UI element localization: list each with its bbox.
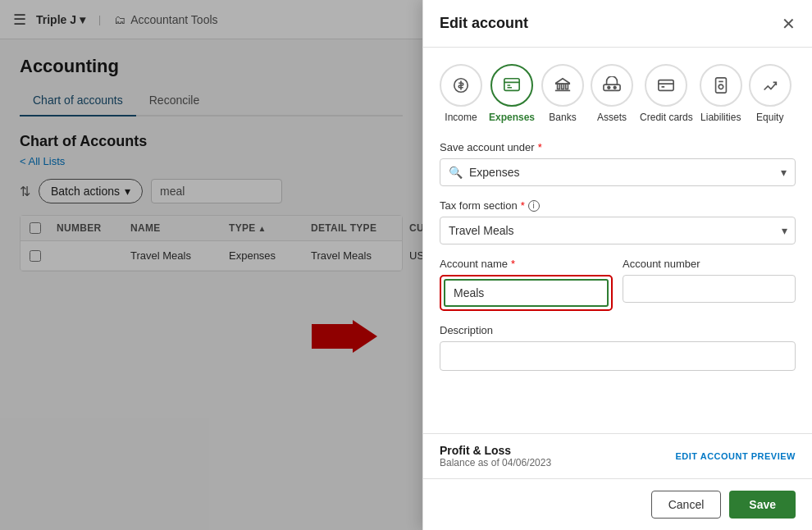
modal-overlay [0, 0, 422, 530]
income-icon-circle [440, 64, 482, 107]
close-button[interactable]: ✕ [782, 16, 796, 32]
tax-form-select[interactable]: Travel Meals Other Expenses [440, 217, 796, 244]
description-field: Description [440, 324, 796, 371]
svg-rect-1 [504, 79, 519, 91]
account-type-expenses[interactable]: Expenses [489, 64, 535, 123]
banks-label: Banks [549, 112, 576, 123]
svg-rect-5 [604, 85, 620, 90]
account-type-equity[interactable]: Equity [749, 64, 791, 123]
account-type-liabilities[interactable]: Liabilities [700, 64, 742, 123]
save-account-under-input[interactable] [466, 159, 781, 185]
assets-icon-circle [591, 64, 633, 107]
expenses-icon-circle [490, 64, 533, 107]
income-label: Income [445, 112, 477, 123]
account-number-field: Account number [623, 258, 796, 311]
liabilities-icon-circle [700, 64, 742, 107]
assets-label: Assets [597, 112, 627, 123]
save-account-under-label: Save account under * [440, 141, 796, 153]
profit-loss-bar: Profit & Loss Balance as of 04/06/2023 E… [423, 433, 812, 478]
edit-panel-header: Edit account ✕ [423, 0, 812, 48]
description-input[interactable] [440, 341, 796, 371]
liabilities-label: Liabilities [700, 112, 741, 123]
svg-rect-2 [558, 84, 560, 89]
account-type-icons: Income Expenses Banks Assets [440, 64, 796, 123]
svg-point-10 [718, 85, 723, 89]
svg-point-6 [608, 86, 610, 89]
account-name-highlight [440, 275, 613, 311]
save-account-under-wrapper[interactable]: 🔍 ▾ [440, 158, 796, 186]
account-type-banks[interactable]: Banks [541, 64, 584, 123]
edit-account-preview-button[interactable]: EDIT ACCOUNT PREVIEW [676, 451, 796, 461]
profit-loss-subtitle: Balance as of 04/06/2023 [440, 457, 551, 468]
account-type-income[interactable]: Income [440, 64, 482, 123]
equity-label: Equity [756, 112, 783, 123]
svg-rect-3 [562, 84, 564, 89]
account-number-label: Account number [623, 258, 796, 270]
account-name-label: Account name * [440, 258, 613, 270]
save-button[interactable]: Save [729, 491, 796, 519]
save-account-under-field: Save account under * 🔍 ▾ [440, 141, 796, 186]
description-label: Description [440, 324, 796, 336]
equity-icon-circle [749, 64, 791, 107]
tax-form-section-label: Tax form section * i [440, 199, 796, 212]
tax-form-select-wrapper: Travel Meals Other Expenses ▾ [440, 217, 796, 244]
account-name-input[interactable] [444, 279, 609, 307]
account-number-input[interactable] [623, 275, 796, 303]
edit-panel-footer: Cancel Save [423, 478, 812, 530]
profit-loss-text: Profit & Loss Balance as of 04/06/2023 [440, 444, 551, 468]
banks-icon-circle [541, 64, 584, 107]
expenses-label: Expenses [489, 112, 535, 123]
svg-point-7 [614, 86, 616, 89]
credit-cards-label: Credit cards [640, 112, 693, 123]
svg-rect-8 [659, 80, 673, 91]
tax-info-icon[interactable]: i [528, 200, 540, 212]
cancel-button[interactable]: Cancel [651, 491, 722, 519]
account-type-credit-cards[interactable]: Credit cards [640, 64, 693, 123]
account-name-number-row: Account name * Account number [440, 258, 796, 311]
profit-loss-title: Profit & Loss [440, 444, 551, 457]
svg-rect-4 [566, 84, 568, 89]
edit-panel-title: Edit account [440, 15, 528, 32]
svg-rect-9 [715, 78, 726, 93]
account-type-assets[interactable]: Assets [591, 64, 633, 123]
tax-form-section-field: Tax form section * i Travel Meals Other … [440, 199, 796, 244]
search-icon: 🔍 [449, 166, 463, 179]
edit-panel-body: Income Expenses Banks Assets [423, 48, 812, 433]
edit-account-panel: Edit account ✕ Income Expenses [422, 0, 812, 530]
credit-cards-icon-circle [645, 64, 687, 107]
account-name-field: Account name * [440, 258, 613, 311]
